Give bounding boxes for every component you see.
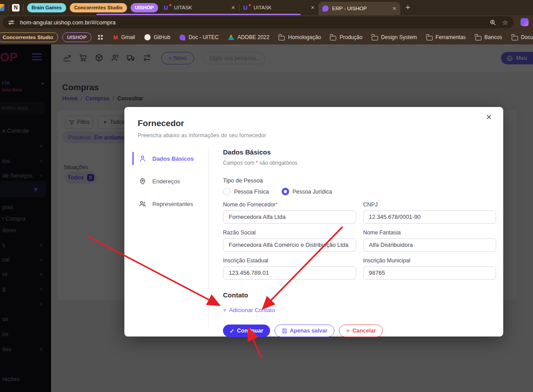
- save-icon: [282, 328, 287, 334]
- address-bar: hom-angular.uishop.com.br/#/compra ☆: [0, 15, 533, 30]
- bookmark-bancos[interactable]: Bancos: [475, 34, 502, 40]
- tab-group-concorrentes-studio[interactable]: Concorrentes Studio: [70, 3, 127, 12]
- field-nome-fornecedor: Nome do Fornecedor* Fornecedora Alfa Ltd…: [223, 202, 356, 224]
- field-inscricao-estadual: Inscrição Estadual 123.456.789.01: [223, 257, 356, 280]
- tab-strip: N Brain Games Concorrentes Studio UISHOP…: [0, 0, 533, 15]
- tab-group-brain-games[interactable]: Brain Games: [27, 3, 66, 12]
- x-icon: ×: [346, 327, 350, 334]
- gmail-icon: M: [113, 34, 118, 41]
- bookmark-ferramentas[interactable]: Ferramentas: [426, 34, 466, 40]
- tab-title: ERP - UISHOP: [332, 6, 389, 11]
- extension-icon[interactable]: [521, 18, 529, 26]
- tab-group-uishop[interactable]: UISHOP: [131, 3, 158, 12]
- divider: [8, 4, 8, 11]
- bookmark-homologa-o[interactable]: Homologação: [278, 34, 321, 40]
- radio-checked-icon[interactable]: [282, 188, 289, 195]
- section-title: Dados Básicos: [223, 148, 496, 156]
- bookmark-pill-uishop[interactable]: UISHOP: [62, 32, 91, 42]
- uishop-favicon: [322, 5, 329, 12]
- tab-uitask-1[interactable]: U UITASK ×: [160, 0, 239, 15]
- folder-icon: [426, 36, 433, 40]
- bookmarks-bar: Concorrentes Studio UISHOP MGmailGitHubD…: [0, 30, 533, 44]
- tab-title: UITASK: [174, 5, 228, 10]
- folder-icon: [278, 36, 285, 40]
- modal-title: Fornecedor: [124, 107, 503, 128]
- supplier-fields: Nome do Fornecedor* Fornecedora Alfa Ltd…: [223, 202, 496, 280]
- folder-icon: [372, 36, 378, 40]
- nome-fornecedor-input[interactable]: Fornecedora Alfa Ltda: [223, 210, 356, 224]
- bookmark-github[interactable]: GitHub: [144, 34, 170, 40]
- modal-nav-representantes[interactable]: Representantes: [124, 197, 208, 210]
- nome-fantasia-input[interactable]: Alfa Distribuidora: [363, 238, 497, 252]
- continuar-button[interactable]: ✓ Continuar: [223, 325, 270, 337]
- bookmark-gmail[interactable]: MGmail: [113, 34, 135, 41]
- bookmark-items: MGmailGitHubDoc - UITECADOBE 2022Homolog…: [113, 34, 533, 41]
- modal-content: Dados Básicos Campos com * são obrigatór…: [209, 146, 503, 327]
- modal-nav-enderecos[interactable]: Endereços: [124, 174, 208, 188]
- site-info-icon[interactable]: [8, 19, 15, 26]
- field-cnpj: CNPJ 12.345.678/0001-90: [363, 202, 497, 224]
- radio-pessoa-juridica[interactable]: Pessoa Jurídica: [282, 188, 332, 195]
- new-tab-button[interactable]: +: [406, 3, 410, 12]
- close-tab-icon[interactable]: ×: [393, 5, 396, 12]
- close-icon[interactable]: ×: [486, 112, 492, 122]
- close-tab-icon[interactable]: ×: [231, 4, 235, 11]
- field-razao-social: Razão Social Fornecedora Alfa Comércio e…: [223, 230, 356, 252]
- fornecedor-modal: × Fornecedor Preencha abaixo as informaç…: [124, 107, 503, 337]
- bookmark-doc-uitec[interactable]: Doc - UITEC: [179, 34, 219, 40]
- inscricao-municipal-input[interactable]: 98765: [363, 266, 497, 280]
- notion-icon[interactable]: N: [12, 4, 20, 12]
- person-icon: [139, 154, 147, 162]
- bookmark-produ-o[interactable]: Produção: [330, 34, 362, 40]
- radio-pessoa-fisica[interactable]: Pessoa Física: [223, 188, 269, 195]
- bookmark-adobe-2022[interactable]: ADOBE 2022: [228, 34, 269, 40]
- inscricao-estadual-input[interactable]: 123.456.789.01: [223, 266, 356, 280]
- modal-subtitle: Preencha abaixo as informações do seu fo…: [124, 128, 503, 139]
- docuitec-icon: [179, 35, 185, 40]
- pinned-tab-favicon[interactable]: [0, 4, 4, 11]
- tipo-pessoa-label: Tipo de Pessoa: [223, 177, 496, 184]
- contato-title: Contato: [223, 291, 496, 299]
- url-text[interactable]: hom-angular.uishop.com.br/#/compra: [20, 19, 489, 26]
- required-note: Campos com * são obrigatórios: [223, 160, 496, 166]
- add-contact-link[interactable]: + Adicionar Contato: [223, 307, 275, 313]
- field-inscricao-municipal: Inscrição Municipal 98765: [363, 257, 497, 280]
- plus-icon: +: [223, 307, 227, 313]
- folder-icon: [475, 36, 481, 40]
- omnibox[interactable]: hom-angular.uishop.com.br/#/compra ☆: [3, 16, 513, 28]
- uitask-favicon: U: [164, 4, 171, 11]
- check-icon: ✓: [230, 328, 234, 334]
- radio-icon[interactable]: [223, 188, 231, 195]
- tab-uitask-2[interactable]: U UITASK ×: [239, 0, 318, 15]
- modal-actions: ✓ Continuar Apenas salvar × Cancelar: [223, 325, 496, 337]
- bookmark-pill-concorrentes[interactable]: Concorrentes Studio: [0, 32, 58, 42]
- divider: [23, 4, 24, 11]
- people-icon: [139, 200, 147, 208]
- github-icon: [144, 34, 151, 40]
- uitask-favicon: U: [243, 4, 250, 11]
- tipo-pessoa-options: Pessoa Física Pessoa Jurídica: [223, 188, 496, 195]
- drive-icon: [228, 35, 234, 40]
- bookmark-star-icon[interactable]: ☆: [502, 19, 508, 27]
- apps-grid-icon[interactable]: [97, 34, 103, 40]
- bookmark-design-system[interactable]: Design System: [372, 34, 417, 40]
- close-tab-icon[interactable]: ×: [311, 4, 314, 11]
- folder-icon: [512, 36, 518, 40]
- tab-title: UITASK: [254, 5, 307, 10]
- zoom-page-icon[interactable]: [489, 19, 496, 26]
- folder-icon: [330, 36, 336, 40]
- browser-chrome: N Brain Games Concorrentes Studio UISHOP…: [0, 0, 533, 44]
- tab-erp-uishop-active[interactable]: ERP - UISHOP ×: [318, 2, 400, 15]
- map-pin-icon: [139, 177, 147, 185]
- bookmark-documenta-o[interactable]: Documentação: [512, 34, 533, 40]
- razao-social-input[interactable]: Fornecedora Alfa Comércio e Distribuição…: [223, 238, 356, 252]
- modal-nav-dados-basicos[interactable]: Dados Básicos: [124, 152, 208, 165]
- cancelar-button[interactable]: × Cancelar: [339, 325, 383, 337]
- apenas-salvar-button[interactable]: Apenas salvar: [274, 325, 335, 337]
- screen: N Brain Games Concorrentes Studio UISHOP…: [0, 0, 533, 392]
- cnpj-input[interactable]: 12.345.678/0001-90: [363, 210, 497, 224]
- field-nome-fantasia: Nome Fantasia Alfa Distribuidora: [363, 230, 497, 252]
- modal-nav: Dados Básicos Endereços Representantes: [124, 146, 209, 327]
